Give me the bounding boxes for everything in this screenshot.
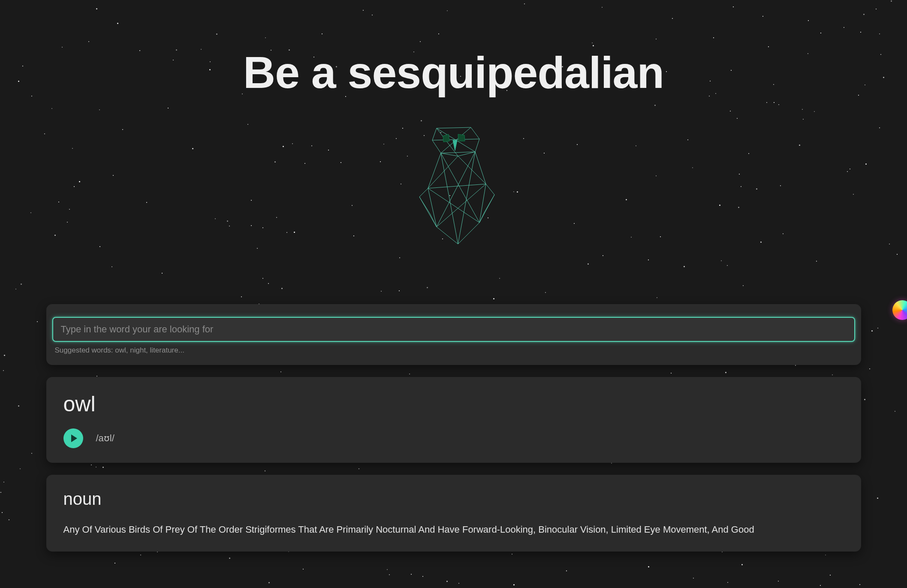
svg-marker-5 bbox=[443, 134, 449, 142]
definition-text: Any Of Various Birds Of Prey Of The Orde… bbox=[63, 522, 844, 537]
definition-card: noun Any Of Various Birds Of Prey Of The… bbox=[46, 475, 861, 552]
phonetic-text: /aʊl/ bbox=[96, 433, 115, 444]
svg-line-13 bbox=[458, 152, 475, 244]
play-audio-button[interactable] bbox=[63, 428, 83, 448]
search-input[interactable] bbox=[52, 317, 855, 342]
pronunciation-row: /aʊl/ bbox=[63, 428, 844, 448]
svg-line-16 bbox=[428, 156, 458, 188]
owl-wireframe-icon bbox=[394, 115, 514, 253]
svg-marker-8 bbox=[428, 152, 486, 244]
play-icon bbox=[71, 434, 77, 442]
svg-line-17 bbox=[458, 156, 486, 184]
word-title: owl bbox=[63, 392, 844, 416]
svg-marker-7 bbox=[453, 140, 457, 151]
svg-line-18 bbox=[419, 197, 437, 227]
search-suggestions-text: Suggested words: owl, night, literature.… bbox=[52, 346, 855, 355]
svg-marker-6 bbox=[458, 134, 465, 141]
word-header-card: owl /aʊl/ bbox=[46, 377, 861, 463]
part-of-speech: noun bbox=[63, 489, 844, 509]
search-card: Suggested words: owl, night, literature.… bbox=[46, 304, 861, 365]
svg-line-9 bbox=[441, 153, 479, 223]
page-title: Be a sesquipedalian bbox=[0, 47, 907, 98]
hero-illustration bbox=[0, 115, 907, 253]
